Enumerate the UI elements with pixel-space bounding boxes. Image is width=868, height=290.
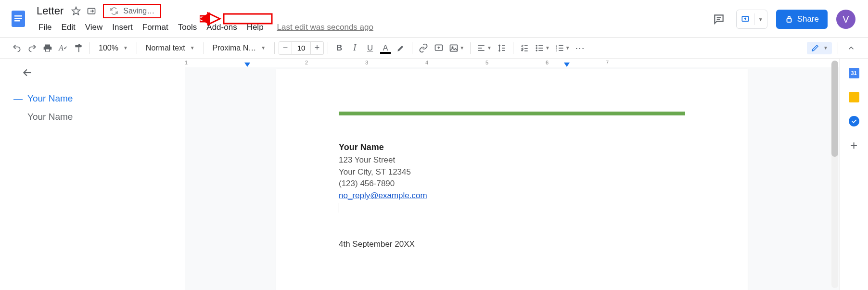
add-addon-button[interactable]: +	[848, 139, 860, 151]
svg-rect-17	[450, 45, 458, 51]
svg-point-28	[536, 45, 537, 46]
bold-button[interactable]: B	[332, 41, 346, 55]
underline-button[interactable]: U	[363, 41, 377, 55]
hide-menus-button[interactable]	[844, 41, 858, 55]
move-icon[interactable]	[85, 4, 98, 18]
vertical-ruler	[0, 59, 12, 290]
add-comment-button[interactable]	[432, 41, 446, 55]
svg-rect-1	[14, 15, 22, 17]
svg-rect-9	[787, 19, 791, 23]
decrease-font-button[interactable]: −	[279, 43, 292, 53]
italic-button[interactable]: I	[347, 41, 362, 55]
paragraph-style-combo[interactable]: Normal text▼	[141, 41, 200, 55]
editing-mode-button[interactable]: ▼	[807, 42, 832, 54]
svg-point-29	[536, 47, 537, 49]
more-button[interactable]: ⋯	[573, 41, 587, 55]
svg-rect-33	[538, 50, 543, 51]
comments-icon[interactable]	[710, 11, 728, 28]
star-icon[interactable]	[69, 4, 83, 18]
zoom-combo[interactable]: 100%▼	[94, 41, 133, 55]
svg-rect-39	[559, 50, 563, 51]
menu-insert[interactable]: Insert	[107, 21, 138, 34]
annotation-arrow-icon	[200, 9, 277, 28]
bulleted-list-button[interactable]: ▼	[533, 41, 552, 55]
saving-text: Saving…	[123, 7, 154, 15]
line-spacing-button[interactable]	[495, 41, 509, 55]
chevron-down-icon: ▼	[190, 45, 195, 50]
insert-image-button[interactable]: ▼	[447, 41, 466, 55]
doc-date: 4th September 20XX	[339, 240, 685, 249]
print-button[interactable]	[40, 41, 55, 55]
saving-status: Saving…	[103, 4, 161, 18]
insert-link-button[interactable]	[416, 41, 431, 55]
horizontal-ruler[interactable]: 1 2 3 4 5 6 7	[185, 59, 839, 67]
menu-format[interactable]: Format	[138, 21, 173, 34]
docs-logo[interactable]	[8, 4, 29, 33]
toolbar: A✔ 100%▼ Normal text▼ Proxima N…▼ − 10 +…	[0, 38, 868, 59]
menu-tools[interactable]: Tools	[173, 21, 202, 34]
ruler-left-indent-icon[interactable]	[244, 63, 250, 67]
account-avatar[interactable]: V	[836, 10, 855, 29]
svg-marker-4	[72, 7, 80, 15]
chevron-down-icon: ▼	[823, 45, 828, 50]
document-title[interactable]: Letter	[34, 4, 66, 18]
svg-rect-31	[538, 45, 543, 46]
font-size-stepper[interactable]: − 10 +	[279, 41, 324, 55]
menu-file[interactable]: File	[34, 21, 56, 34]
font-size-value[interactable]: 10	[292, 42, 311, 54]
menu-edit[interactable]: Edit	[56, 21, 80, 34]
sync-icon	[110, 7, 118, 15]
calendar-icon[interactable]: 31	[848, 67, 860, 79]
svg-rect-13	[46, 49, 50, 51]
doc-street: 123 Your Street	[339, 154, 685, 166]
document-header-bar	[339, 112, 685, 115]
highlight-button[interactable]	[394, 41, 408, 55]
svg-text:3: 3	[556, 49, 557, 51]
svg-rect-37	[559, 45, 563, 46]
svg-rect-32	[538, 48, 543, 49]
doc-sender-name: Your Name	[339, 142, 685, 152]
outline-item[interactable]: — Your Name	[21, 89, 175, 108]
align-button[interactable]: ▼	[474, 41, 494, 55]
numbered-list-button[interactable]: 123▼	[553, 41, 572, 55]
menu-view[interactable]: View	[80, 21, 108, 34]
doc-email-link[interactable]: no_reply@example.com	[339, 191, 427, 200]
text-cursor	[339, 203, 685, 213]
keep-icon[interactable]	[848, 91, 860, 103]
svg-rect-2	[14, 18, 22, 19]
chevron-down-icon: ▼	[261, 45, 266, 50]
checklist-button[interactable]	[517, 41, 532, 55]
document-page[interactable]: Your Name 123 Your Street Your City, ST …	[276, 69, 748, 290]
share-label: Share	[797, 14, 819, 24]
scrollbar-thumb[interactable]	[831, 61, 838, 157]
svg-rect-3	[14, 20, 20, 22]
undo-button[interactable]	[10, 41, 24, 55]
outline-active-indicator: —	[13, 93, 23, 104]
redo-button[interactable]	[25, 41, 39, 55]
chevron-down-icon: ▼	[758, 17, 763, 22]
chevron-down-icon: ▼	[123, 45, 128, 50]
svg-point-30	[536, 50, 537, 51]
doc-city: Your City, ST 12345	[339, 166, 685, 178]
doc-phone: (123) 456-7890	[339, 178, 685, 190]
outline-item[interactable]: — Your Name	[21, 108, 175, 126]
svg-marker-12	[200, 12, 210, 25]
spellcheck-button[interactable]: A✔	[56, 41, 70, 55]
svg-rect-10	[224, 14, 272, 24]
last-edit-link[interactable]: Last edit was seconds ago	[277, 23, 373, 32]
paint-format-button[interactable]	[71, 41, 86, 55]
increase-font-button[interactable]: +	[311, 43, 323, 53]
ruler-right-indent-icon[interactable]	[564, 63, 570, 67]
close-outline-button[interactable]	[21, 66, 34, 79]
svg-rect-38	[559, 48, 563, 49]
outline-pane: — Your Name — Your Name	[12, 59, 185, 290]
share-button[interactable]: Share	[776, 10, 828, 29]
font-combo[interactable]: Proxima N…▼	[208, 41, 271, 55]
outline-item-label: Your Name	[27, 112, 73, 122]
present-button[interactable]: ▼	[736, 10, 767, 29]
tasks-icon[interactable]	[848, 115, 860, 127]
outline-item-label: Your Name	[27, 93, 73, 104]
text-color-button[interactable]: A	[378, 41, 393, 55]
side-panel: 31 +	[839, 59, 868, 290]
